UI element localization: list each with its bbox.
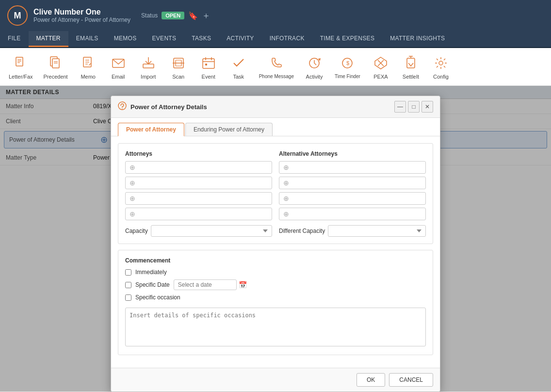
attorneys-col-title: Attorneys <box>125 150 272 157</box>
commencement-specific-occasion-row: Specific occasion <box>125 294 426 301</box>
toolbar-activity-label: Activity <box>306 74 323 80</box>
tab-power-of-attorney[interactable]: Power of Attorney <box>118 123 184 136</box>
status-badge[interactable]: OPEN <box>162 12 184 19</box>
toolbar: Letter/Fax Precedent Memo Email Import S… <box>0 48 551 86</box>
toolbar-time-finder[interactable]: $ Time Finder <box>330 51 365 82</box>
main-content: MATTER DETAILS Matter Info 0819/XXXX - C… <box>0 86 551 392</box>
toolbar-phone-message[interactable]: Phone Message <box>254 51 299 82</box>
modal-maximize-button[interactable]: □ <box>408 101 420 113</box>
toolbar-pexa-label: PEXA <box>373 74 388 80</box>
attorneys-grid: Attorneys ⊕ ⊕ ⊕ ⊕ <box>125 150 426 237</box>
toolbar-letter-fax-label: Letter/Fax <box>9 74 33 80</box>
letter-fax-icon <box>12 54 30 72</box>
immediately-label[interactable]: Immediately <box>135 269 167 276</box>
modal-close-button[interactable]: ✕ <box>421 101 433 113</box>
scan-icon <box>170 54 187 72</box>
nav-activity[interactable]: ACTIVITY <box>219 31 261 47</box>
attorney-add-icon-3: ⊕ <box>130 195 135 202</box>
specific-occasion-label[interactable]: Specific occasion <box>135 294 180 301</box>
toolbar-time-finder-label: Time Finder <box>335 74 360 79</box>
nav-matter-insights[interactable]: MATTER INSIGHTS <box>382 31 453 47</box>
toolbar-phone-label: Phone Message <box>259 74 294 79</box>
toolbar-letter-fax[interactable]: Letter/Fax <box>4 51 38 82</box>
add-matter-icon[interactable]: ＋ <box>202 10 211 21</box>
toolbar-settleit[interactable]: SettleIt <box>396 51 425 82</box>
svg-rect-18 <box>203 59 214 68</box>
alt-attorneys-col-title: Alternative Attorneys <box>279 150 426 157</box>
alt-attorney-add-icon-4: ⊕ <box>283 210 289 218</box>
svg-point-31 <box>439 61 443 65</box>
modal-minimize-button[interactable]: — <box>394 101 406 113</box>
toolbar-precedent[interactable]: Precedent <box>39 51 73 82</box>
commencement-immediately-row: Immediately <box>125 269 426 276</box>
nav-events[interactable]: EVENTS <box>144 31 184 47</box>
alt-attorney-row-3[interactable]: ⊕ <box>279 192 426 205</box>
app-title: Clive Number One Power of Attorney - Pow… <box>33 8 130 23</box>
toolbar-email-label: Email <box>112 74 125 80</box>
nav-memos[interactable]: MEMOS <box>106 31 145 47</box>
nav-time-expenses[interactable]: TIME & EXPENSES <box>312 31 383 47</box>
poa-modal: Power of Attorney Details — □ ✕ Power of… <box>111 96 440 392</box>
task-icon <box>230 54 247 72</box>
toolbar-precedent-label: Precedent <box>44 74 68 80</box>
tab-enduring-power-of-attorney[interactable]: Enduring Power of Attorney <box>185 123 273 136</box>
modal-header: Power of Attorney Details — □ ✕ <box>111 96 440 118</box>
cancel-button[interactable]: CANCEL <box>389 373 433 387</box>
attorneys-section: Attorneys ⊕ ⊕ ⊕ ⊕ <box>118 143 433 244</box>
nav-matter[interactable]: MATTER <box>29 31 68 47</box>
commencement-specific-date-row: Specific Date 📅 <box>125 279 426 290</box>
capacity-select[interactable] <box>151 225 272 237</box>
ok-button[interactable]: OK <box>357 373 385 387</box>
alt-attorney-row-2[interactable]: ⊕ <box>279 177 426 189</box>
toolbar-memo[interactable]: Memo <box>74 51 103 82</box>
svg-rect-22 <box>205 64 207 65</box>
alt-attorney-row-4[interactable]: ⊕ <box>279 208 426 220</box>
svg-point-33 <box>122 108 123 109</box>
toolbar-import[interactable]: Import <box>134 51 163 82</box>
toolbar-import-label: Import <box>141 74 156 80</box>
nav-file[interactable]: FILE <box>0 31 29 47</box>
diff-capacity-select[interactable] <box>328 225 426 237</box>
toolbar-email[interactable]: Email <box>104 51 133 82</box>
poa-modal-icon <box>118 101 127 112</box>
specific-date-checkbox[interactable] <box>125 282 131 288</box>
occasion-textarea[interactable] <box>125 308 426 346</box>
nav-tasks[interactable]: TASKS <box>184 31 219 47</box>
import-icon <box>140 54 157 72</box>
attorney-add-icon-1: ⊕ <box>130 163 135 171</box>
attorney-row-3[interactable]: ⊕ <box>125 192 272 205</box>
toolbar-memo-label: Memo <box>81 74 96 80</box>
date-input[interactable] <box>174 279 237 290</box>
toolbar-event[interactable]: Event <box>194 51 223 82</box>
specific-date-label[interactable]: Specific Date <box>135 281 170 288</box>
immediately-checkbox[interactable] <box>125 269 131 276</box>
svg-text:$: $ <box>346 60 349 66</box>
toolbar-config-label: Config <box>433 74 449 80</box>
precedent-icon <box>47 54 65 72</box>
nav-infotrack[interactable]: INFOTRACK <box>262 31 312 47</box>
nav-bar: FILE MATTER EMAILS MEMOS EVENTS TASKS AC… <box>0 31 551 48</box>
status-label: Status <box>141 12 158 19</box>
bookmark-icon[interactable]: 🔖 <box>188 11 198 20</box>
alt-attorney-row-1[interactable]: ⊕ <box>279 161 426 174</box>
time-finder-icon: $ <box>339 54 356 72</box>
calendar-icon[interactable]: 📅 <box>239 281 247 289</box>
specific-occasion-checkbox[interactable] <box>125 294 131 301</box>
attorney-row-2[interactable]: ⊕ <box>125 177 272 189</box>
email-icon <box>110 54 127 72</box>
app-logo: M <box>7 5 28 26</box>
attorney-row-4[interactable]: ⊕ <box>125 208 272 220</box>
attorney-row-1[interactable]: ⊕ <box>125 161 272 174</box>
capacity-wrap: Capacity <box>125 225 272 237</box>
modal-header-title: Power of Attorney Details <box>118 101 207 112</box>
alternative-attorneys-col: Alternative Attorneys ⊕ ⊕ ⊕ ⊕ <box>279 150 426 237</box>
toolbar-scan[interactable]: Scan <box>164 51 193 82</box>
toolbar-task-label: Task <box>233 74 244 80</box>
svg-rect-13 <box>143 64 154 68</box>
toolbar-pexa[interactable]: PEXA <box>366 51 395 82</box>
toolbar-activity[interactable]: Activity <box>300 51 329 82</box>
toolbar-task[interactable]: Task <box>224 51 253 82</box>
commencement-section: Commencement Immediately Specific Date 📅 <box>118 250 433 355</box>
nav-emails[interactable]: EMAILS <box>68 31 106 47</box>
toolbar-config[interactable]: Config <box>426 51 455 82</box>
